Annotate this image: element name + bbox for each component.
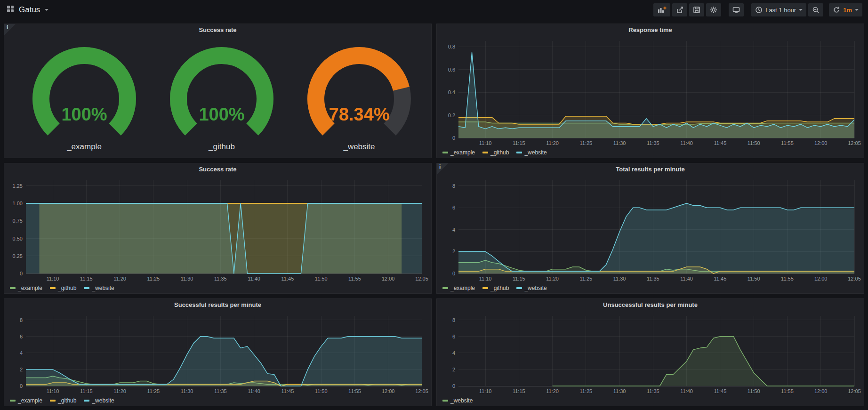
x-tick-label: 11:45 [714, 388, 727, 394]
chart-legend: _example_github_website [437, 283, 864, 293]
legend-series-color [10, 287, 16, 289]
legend-series-label: _example [450, 149, 475, 156]
y-tick-label: 0 [20, 383, 23, 389]
panel-total-results: i Total results per minute 0246811:1011:… [436, 163, 864, 294]
gauge-arc: 100% [16, 42, 153, 142]
panel-title[interactable]: Success rate [4, 163, 431, 176]
y-tick-label: 8 [452, 317, 455, 323]
tv-mode-button[interactable] [729, 3, 744, 16]
x-tick-label: 11:10 [479, 276, 492, 281]
y-tick-label: 0 [452, 271, 455, 276]
panel-title[interactable]: Response time [437, 24, 864, 36]
legend-series-color [50, 287, 56, 289]
legend-series-label: _example [18, 397, 42, 404]
panel-info-icon[interactable]: i [437, 163, 448, 175]
panel-info-icon[interactable]: i [4, 24, 16, 35]
gauge-row: 100% _example 100% _github 78.34% _websi… [4, 36, 431, 158]
panel-title[interactable]: Successful results per minute [4, 299, 431, 311]
x-tick-label: 11:50 [747, 276, 760, 281]
x-tick-label: 11:20 [546, 388, 559, 394]
y-tick-label: 0.6 [448, 67, 455, 72]
legend-series-color [10, 400, 16, 402]
legend-item[interactable]: _example [10, 285, 42, 291]
y-tick-label: 0 [452, 135, 455, 141]
x-tick-label: 11:20 [546, 276, 559, 281]
x-tick-label: 11:40 [680, 276, 693, 281]
x-tick-label: 11:25 [579, 388, 592, 394]
x-tick-label: 11:35 [214, 276, 227, 281]
legend-item[interactable]: _example [10, 397, 42, 404]
y-tick-label: 4 [452, 350, 455, 356]
gauge-label: _website [343, 142, 375, 152]
x-tick-label: 11:55 [781, 140, 794, 146]
chart-total-results[interactable]: 0246811:1011:1511:2011:2511:3011:3511:40… [441, 176, 860, 283]
y-tick-label: 6 [452, 205, 455, 210]
legend-series-label: _website [92, 397, 114, 404]
x-tick-label: 11:15 [513, 140, 525, 146]
gauge-website: 78.34% _website [290, 42, 428, 152]
chart-response-time[interactable]: 00.20.40.60.811:1011:1511:2011:2511:3011… [441, 36, 860, 147]
panel-success-rate-timeseries: Success rate 00.250.500.751.001.2511:101… [4, 163, 432, 294]
x-tick-label: 11:45 [281, 276, 294, 281]
x-tick-label: 11:35 [647, 276, 659, 281]
legend-item[interactable]: _example [442, 285, 475, 291]
y-tick-label: 2 [452, 249, 455, 254]
refresh-button[interactable]: 1m [829, 3, 862, 16]
x-tick-label: 11:40 [248, 276, 260, 281]
gauge-arc: 78.34% [290, 42, 428, 142]
y-tick-label: 0.4 [448, 89, 455, 95]
legend-item[interactable]: _example [442, 149, 475, 156]
y-tick-label: 2 [452, 367, 455, 372]
legend-item[interactable]: _website [84, 285, 114, 291]
x-tick-label: 11:15 [80, 388, 93, 394]
zoom-out-button[interactable] [808, 3, 823, 16]
legend-item[interactable]: _github [482, 149, 509, 156]
x-tick-label: 12:05 [848, 388, 861, 394]
gauge-label: _example [67, 142, 102, 152]
legend-series-label: _github [58, 397, 76, 404]
share-button[interactable] [672, 3, 687, 16]
x-tick-label: 12:00 [814, 388, 828, 394]
settings-button[interactable] [706, 3, 721, 16]
legend-item[interactable]: _github [50, 285, 76, 291]
legend-item[interactable]: _website [442, 397, 473, 404]
chart-unsuccessful-results[interactable]: 0246811:1011:1511:2011:2511:3011:3511:40… [441, 311, 860, 395]
y-tick-label: 8 [452, 183, 455, 189]
legend-series-label: _website [450, 397, 473, 404]
panel-success-rate-gauges: i Success rate 100% _example 100% _githu… [4, 24, 432, 158]
x-tick-label: 11:30 [181, 276, 193, 281]
x-tick-label: 11:40 [248, 388, 260, 394]
legend-item[interactable]: _website [516, 285, 547, 291]
x-tick-label: 11:30 [181, 388, 193, 394]
x-tick-label: 11:35 [647, 140, 659, 146]
time-range-button[interactable]: Last 1 hour [751, 3, 806, 16]
legend-item[interactable]: _website [516, 149, 547, 156]
save-button[interactable] [689, 3, 704, 16]
panel-title[interactable]: Unsuccessful results per minute [437, 299, 864, 311]
x-tick-label: 11:55 [781, 276, 794, 281]
legend-series-color [442, 400, 448, 402]
zoom-out-icon [812, 6, 820, 14]
legend-series-color [516, 287, 522, 289]
x-tick-label: 11:40 [680, 388, 693, 394]
legend-item[interactable]: _github [482, 285, 509, 291]
y-tick-label: 6 [452, 334, 455, 339]
chart-successful-results[interactable]: 0246811:1011:1511:2011:2511:3011:3511:40… [8, 311, 427, 395]
panel-title[interactable]: Total results per minute [437, 163, 864, 176]
dashboard-title[interactable]: Gatus [19, 5, 40, 15]
x-tick-label: 12:05 [415, 388, 428, 394]
dashboards-grid-icon[interactable] [7, 5, 14, 15]
save-icon [693, 6, 700, 14]
x-tick-label: 11:25 [579, 140, 592, 146]
panel-title[interactable]: Success rate [4, 24, 431, 36]
x-tick-label: 11:20 [113, 388, 126, 394]
y-tick-label: 8 [20, 317, 23, 323]
legend-item[interactable]: _website [84, 397, 114, 404]
x-tick-label: 11:50 [747, 140, 760, 146]
legend-item[interactable]: _github [50, 397, 76, 404]
gauge-arc: 100% [153, 42, 290, 142]
add-panel-button[interactable] [653, 3, 670, 16]
dashboard-grid: i Success rate 100% _example 100% _githu… [0, 20, 868, 410]
refresh-icon [833, 6, 840, 14]
chart-success-rate[interactable]: 00.250.500.751.001.2511:1011:1511:2011:2… [8, 176, 427, 283]
